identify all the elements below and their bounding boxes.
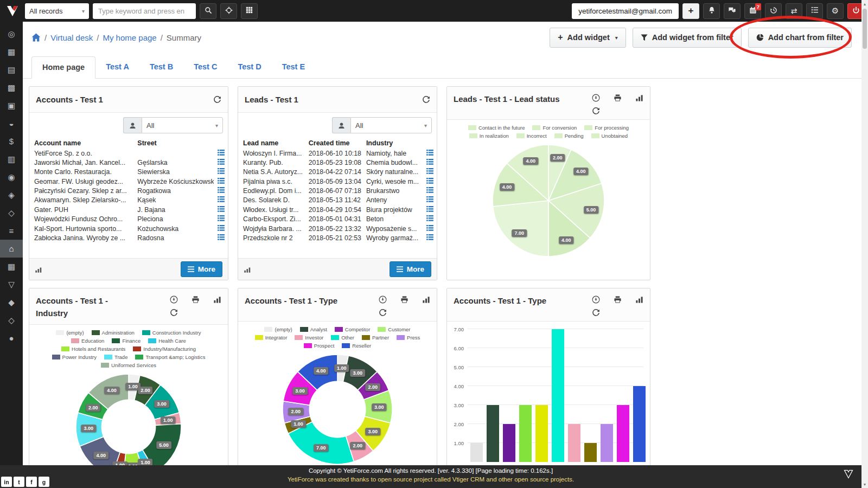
row-list-icon[interactable] — [423, 158, 437, 168]
legend-item[interactable]: Education — [71, 338, 104, 344]
account-row[interactable]: Geomar. FW. Usługi geodez...Wybrzeże Koś… — [29, 177, 228, 186]
quick-create-button[interactable]: + — [682, 3, 699, 19]
linkedin-icon[interactable]: in — [1, 477, 12, 487]
legend-item[interactable]: Hotels and Restaurants — [61, 346, 125, 352]
account-row[interactable]: Zabłocka Janina. Wyroby ze ...Radosna — [29, 233, 228, 242]
bar-(empty)[interactable] — [470, 443, 483, 462]
legend-item[interactable]: Press — [397, 335, 420, 341]
more-button[interactable]: More — [390, 261, 431, 277]
tab-test-b[interactable]: Test B — [139, 56, 183, 78]
sidebar-item-permissions[interactable]: ◇ — [0, 204, 23, 222]
owner-filter[interactable]: All▾ — [123, 117, 223, 133]
bar-Customer[interactable] — [519, 405, 532, 462]
refresh-icon[interactable] — [422, 95, 430, 104]
breadcrumb-my-home-page[interactable]: My home page — [103, 33, 156, 42]
sidebar-item-profile[interactable]: ● — [0, 329, 23, 347]
lead-row[interactable]: Pijalnia piwa s.c.2018-05-09 13:04Cyrki,… — [238, 177, 437, 186]
row-list-icon[interactable] — [214, 187, 228, 196]
lead-row[interactable]: Des. Solarek D.2018-05-13 11:42Anteny — [238, 196, 437, 205]
row-list-icon[interactable] — [423, 196, 437, 205]
scrollbar-thumb[interactable] — [863, 9, 867, 49]
legend-item[interactable]: Pending — [554, 133, 584, 139]
legend-item[interactable]: Customer — [378, 326, 410, 332]
pie-slice[interactable] — [493, 201, 548, 256]
print-icon[interactable] — [614, 296, 622, 304]
legend-item[interactable]: Finance — [112, 338, 141, 344]
lead-row[interactable]: Eodlewy.pl. Dom i...2018-06-07 07:18Bruk… — [238, 187, 437, 196]
legend-item[interactable]: Contact in the future — [468, 125, 525, 131]
sidebar-item-label[interactable]: ◇ — [0, 311, 23, 329]
refresh-icon[interactable] — [592, 309, 600, 317]
bar-Prospect[interactable] — [617, 405, 629, 462]
sidebar-item-tag[interactable]: ◆ — [0, 293, 23, 311]
legend-item[interactable]: Administration — [92, 330, 135, 336]
row-list-icon[interactable] — [214, 224, 228, 233]
home-breadcrumb-icon[interactable] — [31, 33, 41, 42]
bar-Reseller[interactable] — [633, 386, 646, 462]
chart-type-icon[interactable] — [635, 296, 643, 304]
twitter-icon[interactable]: t — [14, 477, 24, 487]
lead-row[interactable]: Carbo-Eksport. Zi...2018-05-01 04:31Beto… — [238, 215, 437, 224]
print-icon[interactable] — [192, 296, 200, 304]
row-list-icon[interactable] — [214, 177, 228, 186]
records-dropdown[interactable]: All records ▾ — [25, 3, 89, 19]
account-row[interactable]: Gater. PUHJ. Bajana — [29, 205, 228, 214]
sidebar-item-filter[interactable]: ▽ — [0, 275, 23, 293]
legend-item[interactable]: Power Industry — [52, 354, 97, 360]
legend-item[interactable]: Construction Industry — [142, 330, 201, 336]
scroll-up-arrow[interactable]: ▲ — [861, 0, 868, 8]
user-email[interactable]: yetiforcetestmail@gmail.com — [572, 3, 679, 19]
chart-type-icon[interactable] — [213, 296, 221, 304]
lead-row[interactable]: Wojdyła Barbara. ...2018-05-22 13:32Wypo… — [238, 224, 437, 233]
lead-row[interactable]: Przedszkole nr 22018-05-21 02:53Wyroby g… — [238, 233, 437, 242]
settings-button[interactable]: ⚙ — [827, 3, 844, 19]
row-list-icon[interactable] — [214, 205, 228, 214]
lead-row[interactable]: Kuranty. Pub.2018-05-23 19:08Chemia budo… — [238, 158, 437, 168]
row-list-icon[interactable] — [214, 215, 228, 224]
legend-item[interactable]: (empty) — [264, 326, 292, 332]
bar-Competitor[interactable] — [503, 424, 515, 462]
legend-item[interactable]: For processing — [584, 125, 629, 131]
legend-item[interactable]: Health Care — [148, 338, 186, 344]
sidebar-item-security[interactable]: ◉ — [0, 168, 23, 186]
legend-item[interactable]: (empty) — [56, 330, 84, 336]
add-chart-from-filter-button[interactable]: Add chart from filter — [748, 28, 852, 48]
legend-item[interactable]: Unobtained — [591, 133, 628, 139]
legend-item[interactable]: Competitor — [335, 326, 370, 332]
tab-test-d[interactable]: Test D — [227, 56, 271, 78]
mini-chart-icon[interactable] — [35, 266, 42, 273]
row-list-icon[interactable] — [423, 224, 437, 233]
refresh-icon[interactable] — [170, 309, 178, 317]
refresh-icon[interactable] — [379, 309, 387, 317]
breadcrumb-virtual-desk[interactable]: Virtual desk — [50, 33, 93, 42]
bar-Partner[interactable] — [584, 443, 597, 462]
legend-item[interactable]: Integrator — [255, 335, 288, 341]
legend-item[interactable]: Transport &amp; Logistics — [135, 354, 205, 360]
legend-item[interactable]: Industry/Manufacturing — [133, 346, 196, 352]
tasks-button[interactable] — [806, 3, 823, 19]
owner-filter[interactable]: All▾ — [332, 117, 432, 133]
notifications-button[interactable] — [703, 3, 720, 19]
sidebar-item-sales[interactable]: $ — [0, 132, 23, 150]
facebook-icon[interactable]: f — [26, 477, 37, 487]
row-list-icon[interactable] — [423, 149, 437, 158]
sidebar-item-campaigns[interactable]: ▤ — [0, 61, 23, 79]
sidebar-item-contacts[interactable]: ◈ — [0, 186, 23, 204]
sidebar-item-companies[interactable]: ▦ — [0, 43, 23, 61]
transfer-button[interactable]: ⇄ — [786, 3, 802, 19]
refresh-icon[interactable] — [592, 107, 600, 115]
legend-item[interactable]: Investor — [295, 335, 323, 341]
download-icon[interactable] — [170, 296, 178, 304]
history-button[interactable] — [765, 3, 782, 19]
bar-Other[interactable] — [552, 329, 564, 462]
row-list-icon[interactable] — [214, 233, 228, 242]
lead-row[interactable]: Włodex. Usługi tr...2018-04-29 10:54Biur… — [238, 205, 437, 214]
row-list-icon[interactable] — [214, 196, 228, 205]
sidebar-item-database[interactable]: ≡ — [0, 222, 23, 240]
account-row[interactable]: Akwamaryn. Sklep Zielarsko-...Kąsek — [29, 196, 228, 205]
row-list-icon[interactable] — [214, 168, 228, 177]
sidebar-item-home[interactable]: ⌂ — [0, 240, 23, 258]
refresh-icon[interactable] — [213, 95, 221, 104]
tab-test-e[interactable]: Test E — [272, 56, 315, 78]
legend-item[interactable]: Trade — [104, 354, 127, 360]
